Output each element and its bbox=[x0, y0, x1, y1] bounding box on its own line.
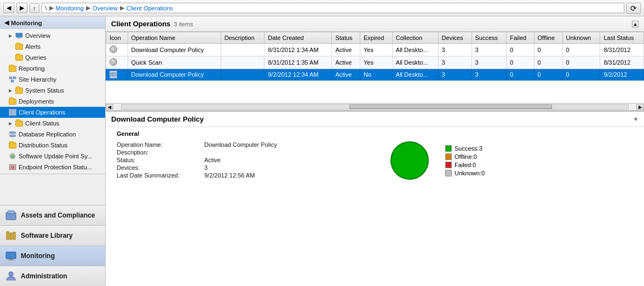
table-container[interactable]: Icon Operation Name Description Date Cre… bbox=[106, 32, 644, 103]
db-replication-icon bbox=[9, 130, 16, 138]
sidebar-item-alerts[interactable]: Alerts bbox=[0, 41, 105, 52]
db-replication-label: Database Replication bbox=[19, 131, 76, 138]
row1-failed: 0 bbox=[507, 44, 534, 56]
collapse-button[interactable]: ▲ bbox=[632, 21, 639, 27]
sidebar-item-client-operations[interactable]: Client Operations bbox=[0, 107, 105, 118]
forward-button[interactable]: ▶ bbox=[16, 3, 27, 13]
alerts-folder-icon bbox=[15, 43, 23, 50]
overview-label: Overview bbox=[25, 32, 50, 39]
library-label: Software Library bbox=[21, 232, 73, 239]
address-root: \ bbox=[45, 5, 47, 12]
table-row[interactable]: Quick Scan 8/31/2012 1:35 AM Active Yes … bbox=[106, 56, 644, 69]
address-bar: \ ▶ Monitoring ▶ Overview ▶ Client Opera… bbox=[42, 3, 625, 13]
reporting-label: Reporting bbox=[19, 65, 45, 72]
svg-rect-20 bbox=[10, 233, 12, 239]
col-last-status[interactable]: Last Status bbox=[600, 32, 644, 44]
sidebar-item-queries[interactable]: Queries bbox=[0, 52, 105, 63]
endpoint-protection-icon: ⚙ bbox=[9, 163, 16, 171]
col-expired[interactable]: Expired bbox=[360, 32, 393, 44]
svg-point-12 bbox=[9, 135, 16, 137]
row3-unknown: 0 bbox=[562, 69, 600, 81]
monitoring-section-title[interactable]: ◀ Monitoring bbox=[0, 16, 105, 29]
client-status-folder-icon bbox=[15, 119, 23, 127]
nav-software-library[interactable]: Software Library bbox=[0, 225, 105, 245]
svg-rect-3 bbox=[9, 77, 12, 79]
sidebar-item-deployments[interactable]: Deployments bbox=[0, 96, 105, 107]
back-button[interactable]: ◀ bbox=[3, 3, 14, 13]
sidebar-item-endpoint-protection[interactable]: ⚙ Endpoint Protection Statu... bbox=[0, 162, 105, 173]
sidebar-item-overview[interactable]: ▶ Overview bbox=[0, 30, 105, 41]
row2-unknown: 0 bbox=[562, 56, 600, 69]
nav-administration[interactable]: Administration bbox=[0, 266, 105, 286]
last-date-value: 9/2/2012 12:56 AM bbox=[204, 172, 255, 179]
sidebar-item-site-hierarchy[interactable]: Site Hierarchy bbox=[0, 74, 105, 85]
client-ops-table: Icon Operation Name Description Date Cre… bbox=[106, 32, 644, 81]
svg-rect-2 bbox=[17, 38, 21, 38]
deployments-folder-icon bbox=[9, 98, 16, 105]
scrollbar-track[interactable] bbox=[121, 104, 629, 110]
detail-collapse-button[interactable]: ▼ bbox=[633, 116, 639, 122]
operation-name-field: Operation Name: Download Computer Policy bbox=[117, 141, 390, 148]
assets-icon bbox=[5, 210, 16, 221]
page-title: Client Operations bbox=[111, 20, 170, 28]
table-type-icon bbox=[110, 71, 117, 78]
svg-rect-19 bbox=[7, 232, 9, 239]
row3-last-status: 9/2/2012 bbox=[600, 69, 644, 81]
distribution-folder-icon bbox=[9, 141, 16, 149]
nav-assets[interactable]: Assets and Compliance bbox=[0, 205, 105, 225]
operation-name-label: Operation Name: bbox=[117, 141, 204, 148]
section-title-text: Monitoring bbox=[11, 20, 42, 26]
content-area: Client Operations 3 items ▲ Icon Operati… bbox=[106, 16, 644, 286]
scrollbar-thumb[interactable] bbox=[349, 105, 552, 109]
refresh-button[interactable]: ⟳ bbox=[626, 3, 641, 14]
col-date-created[interactable]: Date Created bbox=[264, 32, 332, 44]
row3-icon bbox=[106, 69, 128, 81]
chart-legend: Success:3 Offline:0 Failed:0 bbox=[445, 145, 485, 176]
sidebar-item-system-status[interactable]: ▶ System Status bbox=[0, 85, 105, 96]
content-header: Client Operations 3 items ▲ bbox=[106, 16, 644, 32]
nav-monitoring[interactable]: Monitoring bbox=[0, 245, 105, 266]
row2-offline: 0 bbox=[534, 56, 562, 69]
site-hierarchy-icon bbox=[9, 76, 16, 83]
item-count: 3 items bbox=[174, 21, 193, 27]
address-monitoring[interactable]: Monitoring bbox=[56, 5, 84, 12]
col-failed[interactable]: Failed bbox=[507, 32, 534, 44]
toolbar: ◀ ▶ ↑ \ ▶ Monitoring ▶ Overview ▶ Client… bbox=[0, 0, 644, 16]
sidebar-item-software-update[interactable]: ⚙ Software Update Point Sy... bbox=[0, 151, 105, 162]
scroll-right-button[interactable]: ▶ bbox=[636, 104, 644, 110]
section-expand-arrow: ◀ bbox=[4, 19, 9, 26]
col-operation-name[interactable]: Operation Name bbox=[128, 32, 221, 44]
svg-rect-5 bbox=[11, 80, 14, 82]
sidebar-item-client-status[interactable]: ▶ Client Status bbox=[0, 118, 105, 129]
up-button[interactable]: ↑ bbox=[30, 3, 39, 13]
sidebar-item-reporting[interactable]: Reporting bbox=[0, 63, 105, 74]
row1-last-status: 8/31/2012 bbox=[600, 44, 644, 56]
devices-value: 3 bbox=[204, 164, 208, 171]
col-collection[interactable]: Collection bbox=[392, 32, 438, 44]
row3-collection: All Deskto... bbox=[392, 69, 438, 81]
sidebar: ◀ Monitoring ▶ Overview Alerts bbox=[0, 16, 106, 286]
col-description[interactable]: Description bbox=[221, 32, 264, 44]
address-overview[interactable]: Overview bbox=[93, 5, 118, 12]
scroll-left-button[interactable]: ◀ bbox=[106, 104, 113, 110]
reporting-folder-icon bbox=[9, 65, 16, 72]
horizontal-scrollbar[interactable]: ◀ ▶ bbox=[106, 103, 644, 111]
table-row[interactable]: Download Computer Policy 9/2/2012 12:34 … bbox=[106, 69, 644, 81]
sidebar-item-database-replication[interactable]: Database Replication bbox=[0, 129, 105, 140]
row2-operation: Quick Scan bbox=[128, 56, 221, 69]
col-success[interactable]: Success bbox=[472, 32, 507, 44]
col-unknown[interactable]: Unknown bbox=[562, 32, 600, 44]
row2-collection: All Deskto... bbox=[392, 56, 438, 69]
row2-devices: 3 bbox=[438, 56, 472, 69]
svg-rect-0 bbox=[16, 33, 22, 37]
col-offline[interactable]: Offline bbox=[534, 32, 562, 44]
table-row[interactable]: Download Computer Policy 8/31/2012 1:34 … bbox=[106, 44, 644, 56]
row1-expired: Yes bbox=[360, 44, 393, 56]
col-devices[interactable]: Devices bbox=[438, 32, 472, 44]
sidebar-item-distribution-status[interactable]: Distribution Status bbox=[0, 140, 105, 151]
svg-point-25 bbox=[9, 272, 13, 276]
address-client-ops[interactable]: Client Operations bbox=[127, 5, 173, 12]
col-status[interactable]: Status bbox=[332, 32, 360, 44]
row1-unknown: 0 bbox=[562, 44, 600, 56]
col-icon[interactable]: Icon bbox=[106, 32, 128, 44]
